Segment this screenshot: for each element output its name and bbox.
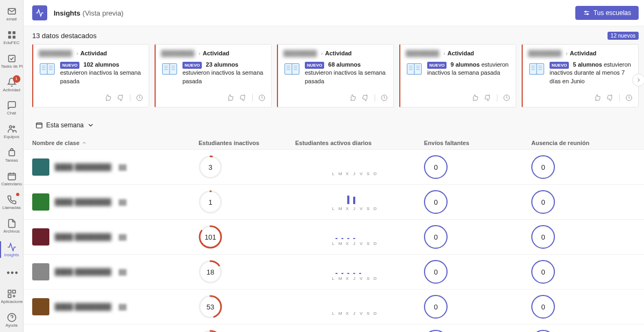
card-count: 9 alumnos bbox=[451, 61, 480, 68]
card-category: Actividad bbox=[203, 50, 230, 56]
absence-cell: 0 bbox=[521, 295, 628, 319]
rail-more[interactable]: ••• bbox=[0, 261, 24, 285]
rail-label: Llamadas bbox=[2, 206, 21, 210]
rail-files[interactable]: Archivos bbox=[0, 214, 24, 238]
rail-assignments[interactable]: Tareas bbox=[0, 143, 24, 167]
activity-sparkline: LMXJVSD bbox=[295, 228, 413, 246]
missing-cell: 0 bbox=[413, 260, 521, 284]
insights-app-icon bbox=[32, 5, 47, 20]
spotlight-card[interactable]: ████████ › Actividad NUEVO 23 alumnos es… bbox=[155, 44, 272, 107]
svg-rect-14 bbox=[12, 290, 15, 293]
class-cell: ████ ████████ ██ bbox=[32, 158, 188, 176]
card-footer bbox=[39, 94, 143, 102]
clock-icon[interactable] bbox=[136, 94, 143, 102]
new-tag: NUEVO bbox=[60, 62, 79, 69]
col-missing[interactable]: Envíos faltantes bbox=[413, 140, 521, 146]
thumbs-up-icon[interactable] bbox=[104, 94, 112, 102]
thumbs-down-icon[interactable] bbox=[606, 94, 614, 102]
card-classname: ████████ bbox=[39, 50, 72, 56]
rail-help[interactable]: Ayuda bbox=[0, 308, 24, 332]
chevron-right-icon bbox=[635, 77, 642, 83]
card-body: NUEVO 102 alumnos estuvieron inactivos l… bbox=[39, 61, 143, 94]
thumbs-up-icon[interactable] bbox=[594, 94, 601, 102]
col-inactive[interactable]: Estudiantes inactivos bbox=[188, 140, 295, 146]
thumbs-down-icon[interactable] bbox=[117, 94, 125, 102]
rail-email[interactable]: email bbox=[0, 2, 24, 26]
scroll-right-button[interactable] bbox=[632, 74, 644, 86]
rail-calendar[interactable]: Calendario bbox=[0, 167, 24, 191]
thumbs-down-icon[interactable] bbox=[239, 94, 247, 102]
rail-calls[interactable]: Llamadas bbox=[0, 191, 24, 214]
rail-teams[interactable]: Equipos bbox=[0, 120, 24, 143]
absence-cell: 0 bbox=[521, 225, 628, 249]
col-active[interactable]: Estudiantes activos diarios bbox=[295, 140, 413, 146]
card-count: 68 alumnos bbox=[328, 61, 361, 68]
spotlight-card[interactable]: ████████ › Actividad NUEVO 9 alumnos est… bbox=[399, 44, 516, 107]
spark-labels: LMXJVSD bbox=[332, 206, 377, 211]
spotlight-card[interactable]: ████████ › Actividad NUEVO 102 alumnos e… bbox=[32, 44, 149, 107]
svg-rect-2 bbox=[12, 31, 15, 34]
col-classname[interactable]: Nombre de clase bbox=[32, 140, 188, 146]
table-row[interactable]: ████ ████████ ██ 1 LMXJVSD 0 0 bbox=[24, 185, 644, 220]
thumbs-down-icon[interactable] bbox=[484, 94, 492, 102]
rail-chat[interactable]: Chat bbox=[0, 96, 24, 120]
col-absence[interactable]: Ausencia de reunión bbox=[521, 140, 628, 146]
spark-labels: LMXJVSD bbox=[332, 171, 377, 176]
inactive-value: 1 bbox=[208, 198, 212, 206]
missing-cell: 0 bbox=[413, 225, 521, 249]
book-icon bbox=[39, 61, 56, 78]
chevron-right-icon: › bbox=[443, 50, 445, 56]
table-row[interactable]: ████ ████████ ██ 18 LMXJVSD 0 0 bbox=[24, 255, 644, 290]
clock-icon[interactable] bbox=[380, 94, 388, 102]
rail-tasks[interactable]: Tasks de Pl... bbox=[0, 49, 24, 73]
table-row[interactable]: ████ ████████ ██ 53 LMXJVSD 0 0 bbox=[24, 290, 644, 324]
email-icon bbox=[7, 6, 17, 16]
apps-icon bbox=[7, 289, 17, 299]
rail-apps[interactable]: Aplicaciones bbox=[0, 285, 24, 308]
svg-rect-9 bbox=[8, 174, 16, 180]
missing-ring: 0 bbox=[424, 330, 448, 332]
spotlight-cards: ████████ › Actividad NUEVO 102 alumnos e… bbox=[24, 44, 644, 116]
card-description: estuvieron inactivos la semana pasada bbox=[305, 69, 385, 84]
active-cell: LMXJVSD bbox=[295, 298, 413, 316]
clock-icon[interactable] bbox=[258, 94, 266, 102]
chevron-right-icon: › bbox=[566, 50, 567, 56]
table-row[interactable]: ████ ████████ 31 ⚲ 31 LMXJVSD 0 0 bbox=[24, 324, 644, 332]
new-tag: NUEVO bbox=[182, 62, 202, 69]
spotlight-card[interactable]: ████████ › Actividad NUEVO 5 alumnos est… bbox=[522, 44, 639, 107]
table-row[interactable]: ████ ████████ ██ 101 LMXJVSD 0 0 bbox=[24, 220, 644, 255]
spark-bars bbox=[335, 158, 373, 169]
spotlight-card[interactable]: ████████ › Actividad NUEVO 68 alumnos es… bbox=[277, 44, 394, 107]
time-filter-button[interactable]: Esta semana bbox=[32, 119, 98, 131]
thumbs-up-icon[interactable] bbox=[226, 94, 234, 102]
clock-icon[interactable] bbox=[503, 94, 510, 102]
rail-label: Ayuda bbox=[5, 323, 18, 328]
active-cell: LMXJVSD bbox=[295, 193, 413, 211]
chevron-right-icon: › bbox=[199, 50, 200, 56]
table-body: ████ ████████ ██ 3 LMXJVSD 0 0 ████ ████… bbox=[24, 150, 644, 332]
absence-value: 0 bbox=[541, 163, 545, 171]
table-row[interactable]: ████ ████████ ██ 3 LMXJVSD 0 0 bbox=[24, 150, 644, 185]
class-avatar bbox=[32, 193, 49, 211]
rail-label: Tareas bbox=[5, 158, 18, 163]
sort-up-icon bbox=[82, 140, 87, 146]
rail-edufec[interactable]: EduFEC bbox=[0, 26, 24, 49]
your-schools-button[interactable]: Tus escuelas bbox=[575, 6, 639, 20]
thumbs-down-icon[interactable] bbox=[362, 94, 369, 102]
class-extra: ██ bbox=[119, 269, 126, 275]
book-icon bbox=[283, 61, 301, 78]
card-count: 23 alumnos bbox=[206, 61, 239, 68]
rail-insights[interactable]: Insights bbox=[0, 238, 24, 262]
thumbs-up-icon[interactable] bbox=[349, 94, 356, 102]
missing-cell: 0 bbox=[413, 295, 521, 319]
thumbs-up-icon[interactable] bbox=[471, 94, 479, 102]
col-label: Estudiantes activos diarios bbox=[295, 140, 371, 146]
class-cell: ████ ████████ ██ bbox=[32, 228, 188, 246]
card-text: NUEVO 68 alumnos estuvieron inactivos la… bbox=[305, 61, 388, 94]
col-label: Envíos faltantes bbox=[424, 140, 469, 146]
bag-icon bbox=[7, 148, 17, 157]
spotlight-cards-container: ████████ › Actividad NUEVO 102 alumnos e… bbox=[24, 44, 644, 116]
rail-activity[interactable]: 1 Actividad bbox=[0, 73, 24, 97]
clock-icon[interactable] bbox=[625, 94, 633, 102]
teams-icon bbox=[7, 124, 17, 134]
